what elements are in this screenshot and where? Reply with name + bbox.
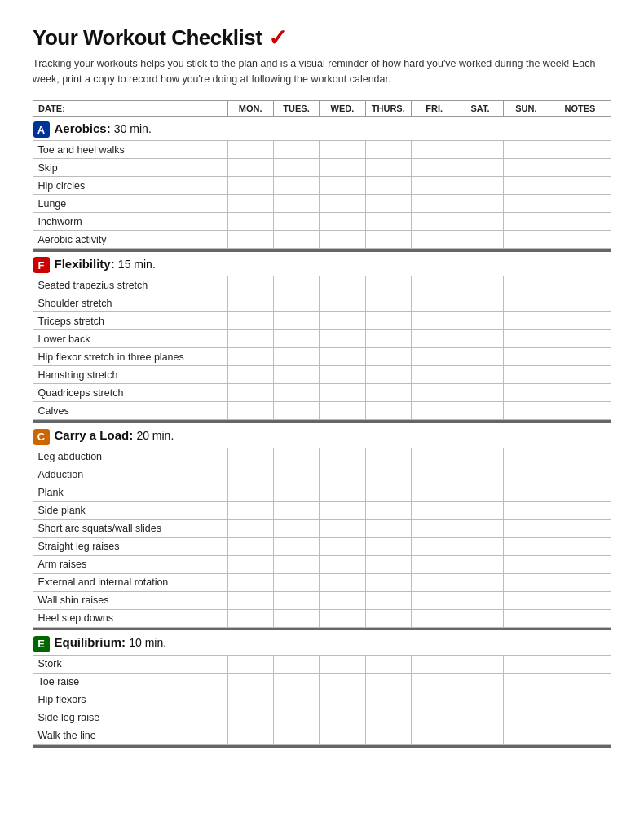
check-cell[interactable] — [411, 537, 457, 555]
check-cell[interactable] — [411, 709, 457, 727]
check-cell[interactable] — [503, 501, 549, 519]
notes-cell[interactable] — [549, 448, 611, 466]
check-cell[interactable] — [503, 691, 549, 709]
check-cell[interactable] — [320, 466, 365, 484]
check-cell[interactable] — [227, 294, 273, 312]
check-cell[interactable] — [411, 466, 457, 484]
notes-cell[interactable] — [549, 213, 611, 231]
check-cell[interactable] — [273, 276, 319, 294]
check-cell[interactable] — [503, 402, 549, 420]
check-cell[interactable] — [273, 159, 319, 177]
check-cell[interactable] — [227, 159, 273, 177]
notes-cell[interactable] — [549, 709, 611, 727]
check-cell[interactable] — [365, 573, 411, 591]
check-cell[interactable] — [273, 195, 319, 213]
check-cell[interactable] — [503, 484, 549, 501]
check-cell[interactable] — [273, 673, 319, 691]
check-cell[interactable] — [273, 573, 319, 591]
check-cell[interactable] — [273, 141, 319, 159]
check-cell[interactable] — [273, 294, 319, 312]
check-cell[interactable] — [227, 213, 273, 231]
check-cell[interactable] — [411, 555, 457, 573]
check-cell[interactable] — [273, 312, 319, 330]
check-cell[interactable] — [365, 312, 411, 330]
check-cell[interactable] — [457, 537, 503, 555]
notes-cell[interactable] — [549, 591, 611, 609]
notes-cell[interactable] — [549, 655, 611, 673]
check-cell[interactable] — [365, 691, 411, 709]
check-cell[interactable] — [411, 609, 457, 627]
check-cell[interactable] — [273, 348, 319, 366]
check-cell[interactable] — [503, 213, 549, 231]
notes-cell[interactable] — [549, 330, 611, 348]
check-cell[interactable] — [320, 709, 365, 727]
check-cell[interactable] — [227, 276, 273, 294]
check-cell[interactable] — [273, 231, 319, 249]
check-cell[interactable] — [503, 448, 549, 466]
check-cell[interactable] — [365, 655, 411, 673]
check-cell[interactable] — [320, 519, 365, 537]
check-cell[interactable] — [411, 159, 457, 177]
check-cell[interactable] — [365, 484, 411, 501]
check-cell[interactable] — [457, 655, 503, 673]
check-cell[interactable] — [411, 348, 457, 366]
check-cell[interactable] — [411, 402, 457, 420]
notes-cell[interactable] — [549, 231, 611, 249]
check-cell[interactable] — [320, 231, 365, 249]
check-cell[interactable] — [365, 330, 411, 348]
check-cell[interactable] — [365, 213, 411, 231]
check-cell[interactable] — [227, 573, 273, 591]
check-cell[interactable] — [320, 141, 365, 159]
check-cell[interactable] — [411, 655, 457, 673]
check-cell[interactable] — [457, 366, 503, 384]
check-cell[interactable] — [503, 573, 549, 591]
check-cell[interactable] — [365, 384, 411, 402]
check-cell[interactable] — [320, 609, 365, 627]
check-cell[interactable] — [503, 555, 549, 573]
check-cell[interactable] — [457, 691, 503, 709]
check-cell[interactable] — [411, 276, 457, 294]
check-cell[interactable] — [320, 655, 365, 673]
check-cell[interactable] — [320, 366, 365, 384]
check-cell[interactable] — [227, 709, 273, 727]
notes-cell[interactable] — [549, 366, 611, 384]
check-cell[interactable] — [411, 448, 457, 466]
check-cell[interactable] — [503, 141, 549, 159]
check-cell[interactable] — [365, 466, 411, 484]
notes-cell[interactable] — [549, 537, 611, 555]
check-cell[interactable] — [365, 537, 411, 555]
notes-cell[interactable] — [549, 159, 611, 177]
check-cell[interactable] — [503, 294, 549, 312]
check-cell[interactable] — [503, 591, 549, 609]
check-cell[interactable] — [320, 384, 365, 402]
check-cell[interactable] — [411, 141, 457, 159]
notes-cell[interactable] — [549, 402, 611, 420]
check-cell[interactable] — [503, 366, 549, 384]
notes-cell[interactable] — [549, 609, 611, 627]
notes-cell[interactable] — [549, 573, 611, 591]
notes-cell[interactable] — [549, 348, 611, 366]
check-cell[interactable] — [457, 573, 503, 591]
check-cell[interactable] — [227, 591, 273, 609]
check-cell[interactable] — [273, 591, 319, 609]
check-cell[interactable] — [273, 655, 319, 673]
check-cell[interactable] — [411, 484, 457, 501]
check-cell[interactable] — [273, 727, 319, 744]
check-cell[interactable] — [273, 402, 319, 420]
check-cell[interactable] — [411, 501, 457, 519]
check-cell[interactable] — [320, 402, 365, 420]
check-cell[interactable] — [411, 312, 457, 330]
check-cell[interactable] — [411, 691, 457, 709]
check-cell[interactable] — [227, 691, 273, 709]
check-cell[interactable] — [457, 294, 503, 312]
check-cell[interactable] — [227, 519, 273, 537]
check-cell[interactable] — [365, 231, 411, 249]
notes-cell[interactable] — [549, 195, 611, 213]
notes-cell[interactable] — [549, 466, 611, 484]
check-cell[interactable] — [227, 330, 273, 348]
check-cell[interactable] — [457, 384, 503, 402]
check-cell[interactable] — [411, 195, 457, 213]
notes-cell[interactable] — [549, 484, 611, 501]
check-cell[interactable] — [365, 177, 411, 195]
check-cell[interactable] — [457, 195, 503, 213]
